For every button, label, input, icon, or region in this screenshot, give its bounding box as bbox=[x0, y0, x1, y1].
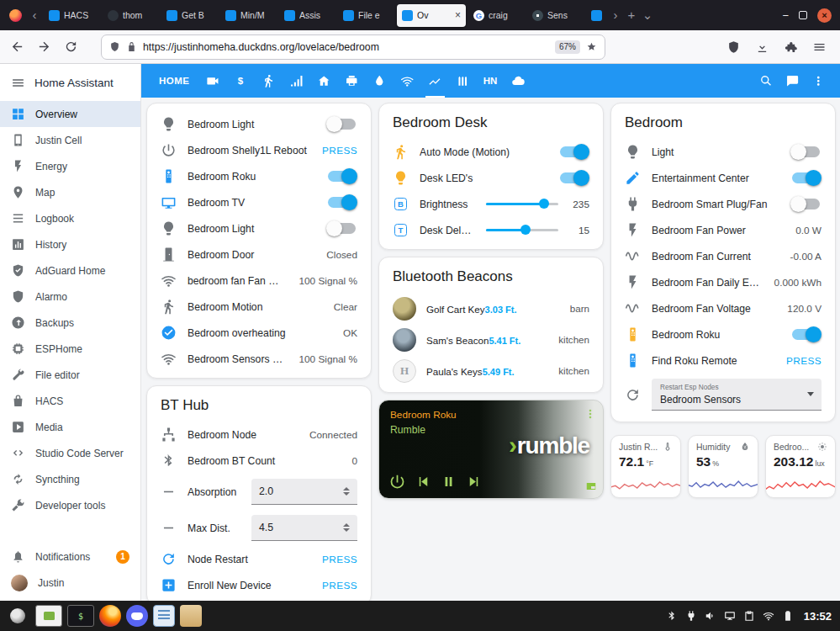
bluetooth-tray-icon[interactable] bbox=[666, 610, 678, 622]
tab-weather[interactable] bbox=[505, 64, 532, 98]
tab-printer[interactable] bbox=[338, 64, 366, 98]
toggle-switch[interactable] bbox=[792, 172, 820, 183]
media-pause-button[interactable] bbox=[441, 474, 457, 490]
max-dist-number-input[interactable]: 4.5 bbox=[251, 515, 357, 541]
media-next-button[interactable] bbox=[466, 474, 482, 490]
sidebar-item-map[interactable]: Map bbox=[0, 179, 140, 205]
tab-home[interactable]: HOME bbox=[150, 64, 199, 98]
entity-row-bedroom-node[interactable]: Bedroom NodeConnected bbox=[147, 422, 371, 448]
browser-tab[interactable]: Min/M bbox=[220, 4, 277, 27]
sidebar-item-energy[interactable]: Energy bbox=[0, 153, 140, 179]
sidebar-item-logbook[interactable]: Logbook bbox=[0, 205, 140, 231]
url-bar[interactable]: https://justinhomeha.duckdns.org/lovelac… bbox=[101, 34, 605, 60]
entity-row-smart-plug-fan[interactable]: Bedroom Smart Plug/Fan bbox=[611, 191, 835, 217]
toggle-switch[interactable] bbox=[560, 172, 588, 183]
tab-signal[interactable] bbox=[283, 64, 310, 98]
absorption-number-input[interactable]: 2.0 bbox=[251, 479, 357, 505]
entity-row-bedroom-light[interactable]: Bedroom Light bbox=[147, 111, 371, 137]
back-button[interactable] bbox=[10, 40, 24, 54]
tab-house[interactable] bbox=[310, 64, 338, 98]
stepper-arrows[interactable] bbox=[343, 487, 350, 496]
entity-row-entertainment-center[interactable]: Entertainment Center bbox=[611, 165, 835, 191]
wifi-tray-icon[interactable] bbox=[763, 610, 774, 622]
tab-scroll-left-button[interactable]: ‹ bbox=[28, 0, 41, 30]
forward-button[interactable] bbox=[37, 40, 51, 54]
sensor-card-humidity[interactable]: Humidity 53% bbox=[688, 435, 758, 498]
entity-row-node-restart[interactable]: Node RestartPRESS bbox=[147, 546, 371, 572]
media-power-button[interactable] bbox=[388, 473, 406, 490]
restart-esp-nodes-select[interactable]: Restart Esp NodesBedroom Sensors bbox=[652, 379, 822, 411]
entity-row-fan-current[interactable]: Bedroom Fan Current-0.00 A bbox=[611, 243, 835, 269]
adblock-shield-icon[interactable] bbox=[726, 40, 741, 54]
press-button[interactable]: PRESS bbox=[322, 580, 357, 591]
sidebar-item-file-editor[interactable]: File editor bbox=[0, 362, 140, 388]
entity-row-bt-count[interactable]: Bedroom BT Count0 bbox=[147, 448, 371, 474]
entity-row-enroll-device[interactable]: Enroll New DevicePRESS bbox=[147, 572, 371, 598]
taskbar-window-terminal[interactable]: $ bbox=[67, 605, 94, 627]
firefox-launcher-icon[interactable] bbox=[99, 605, 121, 627]
tab-scroll-right-button[interactable]: › bbox=[609, 0, 622, 30]
brightness-slider[interactable] bbox=[486, 199, 558, 210]
filemanager-launcher-icon[interactable] bbox=[180, 605, 202, 627]
sidebar-item-alarmo[interactable]: Alarmo bbox=[0, 284, 140, 310]
toggle-switch[interactable] bbox=[328, 223, 356, 234]
entity-row-delayed-off[interactable]: TDesk Delayed Off Time 15 bbox=[379, 217, 603, 243]
toggle-switch[interactable] bbox=[328, 119, 356, 130]
toggle-switch[interactable] bbox=[792, 199, 820, 209]
entity-row-bedroom-motion[interactable]: Bedroom MotionClear bbox=[147, 294, 371, 320]
toggle-switch[interactable] bbox=[792, 146, 820, 157]
browser-tab[interactable]: File e bbox=[338, 4, 394, 27]
new-tab-button[interactable]: + bbox=[625, 0, 638, 30]
assist-button[interactable] bbox=[779, 64, 806, 98]
entity-row-bedroom-roku[interactable]: Bedroom Roku bbox=[147, 163, 371, 189]
browser-tab[interactable]: HACS bbox=[44, 4, 100, 27]
delayed-off-slider[interactable] bbox=[486, 225, 558, 236]
firefox-view-button[interactable] bbox=[5, 5, 25, 25]
minimize-button[interactable]: − bbox=[782, 9, 789, 22]
search-button[interactable] bbox=[753, 64, 779, 98]
entity-row-max-dist[interactable]: Max Dist. 4.5 bbox=[147, 510, 371, 546]
discord-launcher-icon[interactable] bbox=[126, 605, 148, 627]
sidebar-item-adguard-home[interactable]: AdGuard Home bbox=[0, 257, 140, 284]
display-tray-icon[interactable] bbox=[724, 610, 736, 622]
beacon-row-golf-cart-key[interactable]: Golf Cart Key3.03 Ft.barn bbox=[379, 293, 603, 324]
entity-row-bedroom-tv[interactable]: Bedroom TV bbox=[147, 189, 371, 215]
tab-bedroom-active[interactable] bbox=[421, 64, 449, 98]
app-menu-button[interactable] bbox=[5, 604, 30, 628]
sidebar-item-media[interactable]: Media bbox=[0, 414, 140, 440]
toggle-switch[interactable] bbox=[792, 329, 820, 340]
tab-hn[interactable]: HN bbox=[477, 64, 505, 98]
media-menu-icon[interactable] bbox=[584, 407, 597, 421]
tab-presence[interactable] bbox=[255, 64, 283, 98]
extensions-button[interactable] bbox=[784, 40, 798, 54]
sidebar-item-history[interactable]: History bbox=[0, 231, 140, 257]
bookmark-star-icon[interactable] bbox=[586, 41, 597, 52]
sidebar-item-overview[interactable]: Overview bbox=[0, 101, 140, 127]
browser-tab[interactable]: Sens bbox=[527, 4, 584, 27]
clock[interactable]: 13:52 bbox=[804, 610, 832, 623]
reload-button[interactable] bbox=[64, 40, 78, 54]
tab-finance[interactable]: $ bbox=[227, 64, 255, 98]
downloads-button[interactable] bbox=[755, 40, 769, 54]
entity-row-fan-voltage[interactable]: Bedroom Fan Voltage120.0 V bbox=[611, 295, 835, 321]
sidebar-item-hacs[interactable]: HACS bbox=[0, 388, 140, 414]
sensor-card-temperature[interactable]: Justin R... 72.1°F bbox=[610, 435, 681, 498]
sidebar-item-developer-tools[interactable]: Developer tools bbox=[0, 492, 140, 518]
toggle-switch[interactable] bbox=[328, 197, 356, 208]
entity-row-brightness[interactable]: BBrightness 235 bbox=[379, 191, 603, 217]
entity-row-find-roku-remote[interactable]: Find Roku RemotePRESS bbox=[611, 347, 835, 374]
entity-row-fan-daily-energy[interactable]: Bedroom Fan Daily Energy0.000 kWh bbox=[611, 269, 835, 295]
stepper-arrows[interactable] bbox=[343, 523, 350, 533]
list-all-tabs-button[interactable]: ⌄ bbox=[641, 0, 654, 30]
entity-row-fan-wifi[interactable]: bedroom fan Fan WiFi100 Signal % bbox=[147, 268, 371, 294]
browser-tab[interactable]: thom bbox=[103, 4, 159, 27]
entity-row-desk-leds[interactable]: Desk LED's bbox=[379, 165, 603, 191]
entity-row-sensors-wifi[interactable]: Bedroom Sensors WiFi100 Signal % bbox=[147, 346, 371, 372]
media-browse-icon[interactable] bbox=[585, 480, 597, 492]
tab-close-icon[interactable]: × bbox=[455, 9, 461, 21]
tab-water[interactable] bbox=[366, 64, 394, 98]
zoom-indicator[interactable]: 67% bbox=[555, 40, 580, 54]
sidebar-item-notifications[interactable]: Notifications1 bbox=[0, 544, 140, 570]
tracking-shield-icon[interactable] bbox=[109, 41, 120, 52]
sidebar-item-user-profile[interactable]: Justin bbox=[0, 570, 140, 596]
